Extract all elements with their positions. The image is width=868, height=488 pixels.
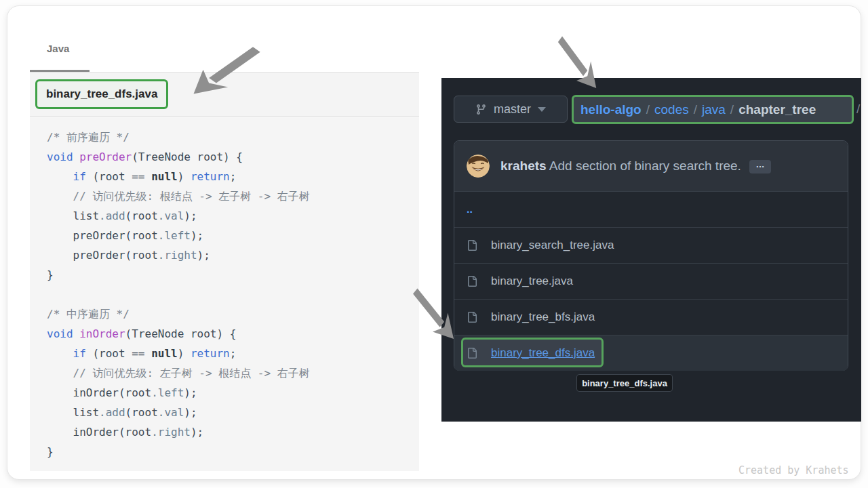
file-link-binary-tree-dfs[interactable]: binary_tree_dfs.java	[491, 346, 595, 360]
file-row-highlighted[interactable]: binary_tree_dfs.java	[454, 335, 848, 371]
file-name[interactable]: binary_tree.java	[491, 274, 573, 288]
breadcrumb-separator: /	[646, 102, 650, 117]
file-row[interactable]: binary_tree_bfs.java	[454, 299, 848, 335]
file-name[interactable]: binary_tree_bfs.java	[491, 310, 595, 324]
avatar[interactable]	[467, 155, 490, 178]
filename-tooltip: binary_tree_dfs.java	[576, 374, 673, 392]
commit-author[interactable]: krahets	[500, 159, 547, 173]
parent-directory-link[interactable]: ..	[467, 203, 473, 216]
file-title: binary_tree_dfs.java	[46, 87, 157, 101]
file-icon	[467, 348, 477, 359]
breadcrumb-current-folder: chapter_tree	[738, 102, 816, 117]
credit-text: Created by Krahets	[738, 464, 849, 476]
commit-more-button[interactable]: …	[749, 160, 771, 174]
branch-name: master	[494, 102, 531, 117]
chevron-down-icon	[538, 107, 546, 112]
file-icon	[467, 276, 477, 287]
page-card: Java binary_tree_dfs.java /* 前序遍历 */void…	[7, 5, 861, 480]
branch-selector-button[interactable]: master	[454, 96, 568, 123]
breadcrumb-trailing-slash: /	[856, 102, 860, 117]
file-row[interactable]: binary_search_tree.java	[454, 227, 848, 263]
github-panel: master hello-algo / codes / java / chapt…	[441, 78, 861, 422]
breadcrumb-separator: /	[730, 102, 734, 117]
breadcrumb-repo-link[interactable]: hello-algo	[580, 102, 642, 117]
breadcrumb-java-link[interactable]: java	[702, 102, 726, 117]
breadcrumb-codes-link[interactable]: codes	[654, 102, 689, 117]
file-icon	[467, 312, 477, 323]
commit-message-line: krahets Add section of binary search tre…	[500, 159, 771, 174]
code-title-bar: binary_tree_dfs.java	[30, 73, 419, 117]
commit-message[interactable]: Add section of binary search tree.	[549, 159, 741, 173]
commit-and-files-box: krahets Add section of binary search tre…	[454, 140, 848, 371]
file-icon	[467, 240, 477, 251]
git-branch-icon	[475, 104, 487, 115]
file-row[interactable]: binary_tree.java	[454, 263, 848, 299]
tab-java[interactable]: Java	[47, 43, 69, 54]
breadcrumb-separator: /	[694, 102, 697, 117]
code-text: /* 前序遍历 */void preOrder(TreeNode root) {…	[47, 127, 419, 462]
file-title-highlight-box: binary_tree_dfs.java	[35, 79, 168, 109]
file-name[interactable]: binary_search_tree.java	[491, 239, 614, 252]
latest-commit-row: krahets Add section of binary search tre…	[454, 141, 848, 191]
breadcrumb: hello-algo / codes / java / chapter_tree	[572, 95, 854, 124]
code-block: /* 前序遍历 */void preOrder(TreeNode root) {…	[30, 117, 419, 471]
parent-directory-row[interactable]: ..	[454, 191, 848, 227]
